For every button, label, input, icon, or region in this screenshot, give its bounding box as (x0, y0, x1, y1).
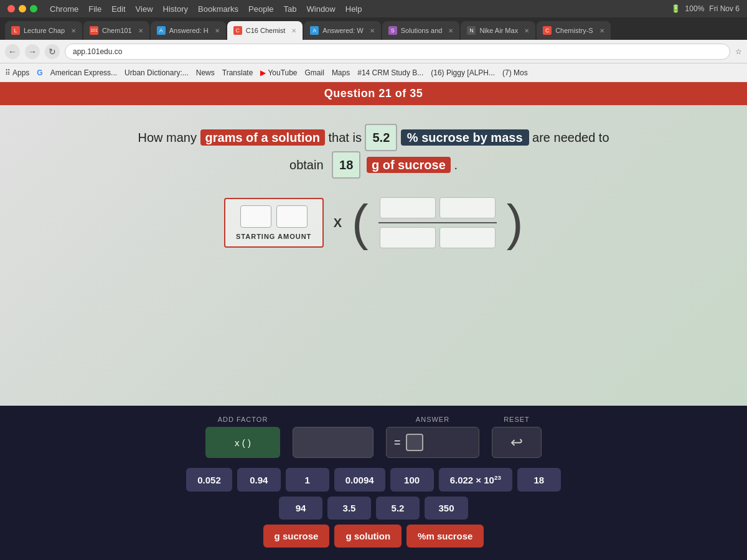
bookmark-gmail[interactable]: Gmail (305, 68, 324, 77)
bookmark-label-urban: Urban Dictionary:... (125, 68, 189, 77)
btn-avogadro[interactable]: 6.022 × 1023 (439, 468, 512, 492)
starting-numerator[interactable] (240, 205, 271, 228)
apps-icon: ⠿ (5, 68, 11, 77)
add-factor-label: ADD FACTOR (218, 416, 268, 423)
minimize-button[interactable] (19, 5, 26, 12)
tab-close-aw[interactable]: ✕ (370, 27, 375, 34)
bookmark-mos[interactable]: (7) Mos (502, 68, 528, 77)
reset-button[interactable]: ↩ (492, 427, 542, 458)
tab-favicon-c16: C (233, 26, 242, 35)
btn-100[interactable]: 100 (390, 468, 434, 492)
btn-94[interactable]: 94 (279, 497, 322, 520)
btn-0052[interactable]: 0.052 (186, 468, 232, 492)
add-factor-button[interactable]: x ( ) (205, 427, 280, 458)
address-bar[interactable]: app.101edu.co (65, 44, 730, 60)
bookmark-maps[interactable]: Maps (332, 68, 350, 77)
fraction-bottom-right[interactable] (439, 227, 496, 248)
expression-input[interactable] (293, 427, 374, 458)
tab-close-c16[interactable]: ✕ (291, 27, 296, 34)
btn-18[interactable]: 18 (517, 468, 561, 492)
date-display: Fri Nov 6 (709, 4, 740, 13)
forward-button[interactable]: → (25, 44, 40, 59)
tab-close-sol[interactable]: ✕ (448, 27, 453, 34)
starting-denominator[interactable] (276, 205, 308, 228)
bookmark-star-icon[interactable]: ☆ (735, 47, 742, 56)
unit-buttons-row: g sucrose g solution %m sucrose (19, 525, 728, 548)
btn-percent-m-sucrose[interactable]: %m sucrose (406, 525, 484, 548)
blank-input-group (293, 427, 374, 458)
bookmark-label-mos: (7) Mos (502, 68, 528, 77)
q-text-obtain: obtain (289, 158, 324, 172)
menu-view[interactable]: View (136, 4, 153, 14)
traffic-lights[interactable] (7, 5, 37, 12)
btn-1[interactable]: 1 (286, 468, 329, 492)
fraction-top-row (380, 197, 496, 218)
tab-answered-h[interactable]: A Answered: H ✕ (151, 21, 226, 40)
tab-c16-chemist[interactable]: C C16 Chemist ✕ (227, 21, 303, 40)
tab-favicon-chem101: 101 (90, 26, 98, 35)
tab-nike[interactable]: N Nike Air Max ✕ (461, 21, 535, 40)
menu-history[interactable]: History (163, 4, 188, 14)
reset-label: RESET (504, 416, 530, 423)
tab-label-sol: Solutions and (401, 27, 443, 34)
starting-label: STARTING AMOUNT (236, 233, 311, 240)
menu-tab[interactable]: Tab (284, 4, 297, 14)
tab-close-chem-s[interactable]: ✕ (599, 27, 604, 34)
tab-favicon-lecture: L (11, 26, 20, 35)
tab-close-nike[interactable]: ✕ (524, 27, 529, 34)
btn-350[interactable]: 350 (425, 497, 468, 520)
number-buttons-row2: 94 3.5 5.2 350 (19, 497, 728, 520)
tab-close-chem101[interactable]: ✕ (138, 27, 143, 34)
btn-00094[interactable]: 0.0094 (334, 468, 385, 492)
navigation-bar: ← → ↻ app.101edu.co ☆ (0, 40, 747, 63)
bookmark-label-piggy: (16) Piggy [ALPH... (431, 68, 495, 77)
btn-094[interactable]: 0.94 (237, 468, 281, 492)
fraction-top-left[interactable] (380, 197, 436, 218)
address-text: app.101edu.co (73, 47, 122, 56)
menu-bar: Chrome File Edit View History Bookmarks … (50, 4, 362, 14)
bookmark-apps[interactable]: ⠿ Apps (5, 68, 29, 77)
btn-52[interactable]: 5.2 (376, 497, 420, 520)
bookmark-urban-dict[interactable]: Urban Dictionary:... (125, 68, 189, 77)
menu-file[interactable]: File (88, 4, 101, 14)
tab-close-lecture[interactable]: ✕ (71, 27, 76, 34)
bookmark-crm[interactable]: #14 CRM Study B... (357, 68, 423, 77)
fullscreen-button[interactable] (30, 5, 37, 12)
fraction-top-right[interactable] (439, 197, 496, 218)
menu-edit[interactable]: Edit (111, 4, 125, 14)
refresh-button[interactable]: ↻ (45, 44, 60, 59)
menu-bookmarks[interactable]: Bookmarks (198, 4, 238, 14)
bookmark-label-crm: #14 CRM Study B... (357, 68, 423, 77)
menu-people[interactable]: People (248, 4, 273, 14)
tab-chem101[interactable]: 101 Chem101 ✕ (83, 21, 149, 40)
title-bar: Chrome File Edit View History Bookmarks … (0, 0, 747, 17)
tab-label-chem101: Chem101 (102, 27, 132, 34)
menu-chrome[interactable]: Chrome (50, 4, 78, 14)
btn-g-solution[interactable]: g solution (334, 525, 402, 548)
tab-label-ah: Answered: H (169, 27, 209, 34)
tab-chemistry-s[interactable]: C Chemistry-S ✕ (537, 21, 611, 40)
fraction-bottom-left[interactable] (380, 227, 436, 248)
tab-solutions[interactable]: S Solutions and ✕ (382, 21, 460, 40)
back-button[interactable]: ← (5, 44, 20, 59)
tab-favicon-sol: S (388, 26, 397, 35)
number-buttons-row1: 0.052 0.94 1 0.0094 100 6.022 × 1023 (19, 468, 728, 492)
answer-box: = (386, 427, 479, 458)
bookmark-news[interactable]: News (196, 68, 215, 77)
bookmark-google[interactable]: G (37, 68, 42, 77)
close-button[interactable] (7, 5, 15, 12)
q-text-middle1: that is (329, 131, 365, 144)
tab-lecture-chap[interactable]: L Lecture Chap ✕ (5, 21, 82, 40)
menu-window[interactable]: Window (307, 4, 336, 14)
bookmark-label-gmail: Gmail (305, 68, 324, 77)
menu-help[interactable]: Help (345, 4, 362, 14)
bookmark-youtube[interactable]: ▶ YouTube (260, 68, 297, 77)
bookmark-translate[interactable]: Translate (222, 68, 253, 77)
btn-35[interactable]: 3.5 (327, 497, 371, 520)
q-value-52: 5.2 (365, 124, 397, 151)
tab-close-ah[interactable]: ✕ (215, 27, 220, 34)
btn-g-sucrose[interactable]: g sucrose (263, 525, 330, 548)
bookmark-piggy[interactable]: (16) Piggy [ALPH... (431, 68, 495, 77)
bookmark-amex[interactable]: American Express... (50, 68, 117, 77)
tab-answered-w[interactable]: A Answered: W ✕ (304, 21, 380, 40)
